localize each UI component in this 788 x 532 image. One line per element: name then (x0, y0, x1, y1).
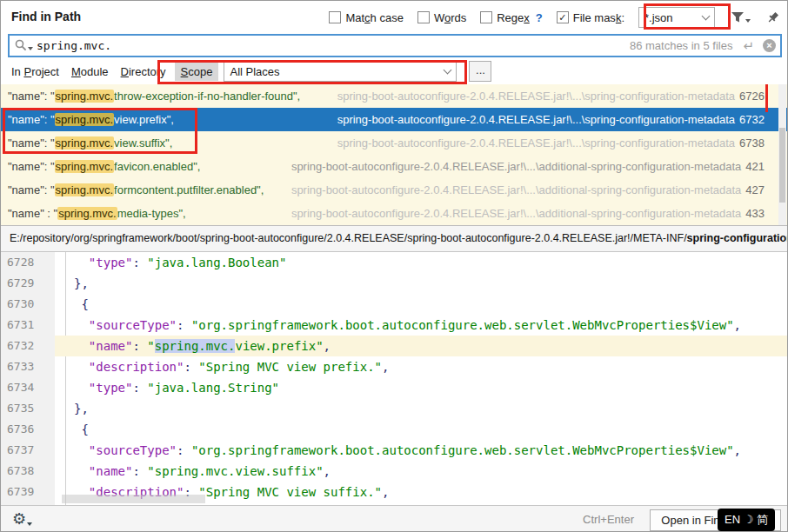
dialog-titlebar: Find in Path Match caseWordsRegex?✓File … (1, 1, 787, 32)
code-text: { (74, 419, 89, 440)
ime-indicator: EN ☽ 简 (718, 509, 775, 531)
find-in-path-dialog: Find in Path Match caseWordsRegex?✓File … (0, 0, 788, 532)
result-row[interactable]: "name" : "spring.mvc.media-types",spring… (1, 202, 787, 225)
result-snippet: "name": "spring.mvc.formcontent.putfilte… (8, 183, 264, 196)
results-list: "name": "spring.mvc.throw-exception-if-n… (1, 84, 787, 225)
scrollbar-thumb[interactable] (779, 128, 785, 203)
results-scrollbar[interactable] (778, 84, 786, 225)
code-line: 6731 "sourceType": "org.springframework.… (1, 315, 787, 336)
scope-mode-in-project[interactable]: In Project (11, 65, 59, 78)
result-location: spring-boot-autoconfigure-2.0.4.RELEASE.… (320, 113, 765, 126)
code-line: 6736 { (1, 419, 787, 440)
scope-combo[interactable]: All Places (224, 61, 457, 82)
search-input[interactable] (37, 39, 630, 52)
line-number: 6736 (7, 419, 55, 440)
chevron-down-icon (702, 12, 711, 21)
caret-down-icon (27, 522, 32, 526)
chevron-down-icon (444, 66, 452, 75)
line-number: 6732 (7, 336, 55, 356)
scope-browse-button[interactable]: ... (469, 61, 491, 82)
scope-mode-module[interactable]: Module (71, 65, 109, 78)
file-mask-combo[interactable]: *.json (638, 7, 715, 28)
caret-down-icon (28, 47, 33, 50)
result-snippet: "name": "spring.mvc.favicon.enabled", (8, 160, 200, 173)
option-match-case[interactable]: Match case (329, 11, 403, 24)
match-highlight: spring.mvc. (55, 113, 114, 126)
search-history-button[interactable] (10, 39, 37, 53)
dialog-title: Find in Path (11, 10, 81, 23)
file-mask-value: *.json (644, 11, 673, 24)
code-line: 6728 "type": "java.lang.Boolean" (1, 252, 787, 273)
regex-help-link[interactable]: ? (536, 11, 543, 24)
match-highlight: spring.mvc. (55, 183, 114, 196)
result-snippet: "name": "spring.mvc.throw-exception-if-n… (8, 90, 300, 103)
dialog-footer: ⚙ Ctrl+Enter Open in Find Window EN ☽ 简 (1, 505, 787, 532)
option-words[interactable]: Words (417, 11, 466, 24)
checkbox-unchecked[interactable] (329, 11, 341, 23)
settings-button[interactable]: ⚙ (12, 509, 32, 529)
line-number: 6729 (7, 273, 55, 294)
shortcut-hint: Ctrl+Enter (583, 513, 634, 526)
line-number: 6738 (7, 461, 55, 482)
code-text: "name": "spring.mvc.view.suffix", (74, 461, 331, 482)
result-row[interactable]: "name": "spring.mvc.favicon.enabled",spr… (1, 155, 787, 178)
result-row[interactable]: "name": "spring.mvc.throw-exception-if-n… (1, 84, 787, 108)
option-regex[interactable]: Regex? (480, 11, 543, 24)
filter-button[interactable] (731, 11, 751, 23)
line-number: 6734 (7, 377, 55, 398)
line-number: 6739 (7, 482, 55, 502)
code-line: 6738 "name": "spring.mvc.view.suffix", (1, 461, 787, 482)
match-highlight: spring.mvc. (55, 90, 114, 103)
match-count-status: 86 matches in 5 files (630, 39, 733, 52)
code-text: { (74, 294, 89, 315)
code-text: "name": "spring.mvc.view.prefix", (74, 336, 331, 356)
scope-value: All Places (230, 65, 279, 78)
match-highlight: spring.mvc. (55, 136, 114, 150)
pin-button[interactable] (766, 10, 780, 24)
result-snippet: "name": "spring.mvc.view.suffix", (8, 136, 172, 150)
code-line: 6730 { (1, 294, 787, 315)
line-number: 6737 (7, 440, 55, 461)
match-highlight: spring.mvc. (57, 207, 117, 220)
checkbox-unchecked[interactable] (417, 11, 430, 23)
checkbox-checked[interactable]: ✓ (557, 11, 569, 23)
result-row[interactable]: "name": "spring.mvc.view.prefix",spring-… (1, 108, 787, 131)
result-location: spring-boot-autoconfigure-2.0.4.RELEASE.… (320, 136, 765, 150)
search-icon (15, 39, 27, 51)
code-line: 6735}, (1, 398, 787, 419)
line-number: 6733 (7, 356, 55, 377)
scope-mode-directory[interactable]: Directory (121, 65, 166, 78)
checkbox-unchecked[interactable] (480, 11, 492, 23)
result-row[interactable]: "name": "spring.mvc.view.suffix",spring-… (1, 131, 787, 155)
result-location: spring-boot-autoconfigure-2.0.4.RELEASE.… (274, 183, 765, 196)
code-line-current: 6732 "name": "spring.mvc.view.prefix", (1, 336, 787, 356)
result-row[interactable]: "name": "spring.mvc.formcontent.putfilte… (1, 178, 787, 202)
line-number: 6735 (7, 398, 55, 419)
search-field[interactable]: 86 matches in 5 files ↵ × (8, 34, 782, 57)
code-text: "type": "java.lang.Boolean" (74, 252, 286, 273)
match-highlight: spring.mvc. (55, 160, 114, 173)
code-text: "type": "java.lang.String" (74, 377, 279, 398)
code-line: 6733 "description": "Spring MVC view pre… (1, 356, 787, 377)
code-text: "description": "Spring MVC view prefix."… (74, 356, 389, 377)
line-number: 6730 (7, 294, 55, 315)
code-preview-editor[interactable]: 6728 "type": "java.lang.Boolean"6729},67… (1, 252, 787, 505)
line-number: 6731 (7, 315, 55, 336)
path-filename: spring-configuration-metada (687, 232, 787, 244)
scope-mode-scope[interactable]: Scope (175, 63, 219, 81)
option-file-mask[interactable]: ✓File mask: (557, 11, 624, 24)
option-label: File mask: (573, 11, 624, 24)
clear-search-button[interactable]: × (763, 39, 776, 52)
code-line: 6729}, (1, 273, 787, 294)
funnel-icon (731, 11, 745, 23)
option-label: Regex (497, 11, 530, 24)
option-label: Match case (345, 11, 403, 24)
enter-icon: ↵ (743, 38, 754, 54)
code-text: }, (74, 273, 89, 294)
option-label: Words (434, 11, 466, 24)
code-line: 6734 "type": "java.lang.String" (1, 377, 787, 398)
preview-file-path: E:/repository/org/springframework/boot/s… (1, 225, 787, 252)
horizontal-scrollbar[interactable] (62, 495, 205, 503)
line-number: 6728 (7, 252, 55, 273)
code-line: 6737 "sourceType": "org.springframework.… (1, 440, 787, 461)
